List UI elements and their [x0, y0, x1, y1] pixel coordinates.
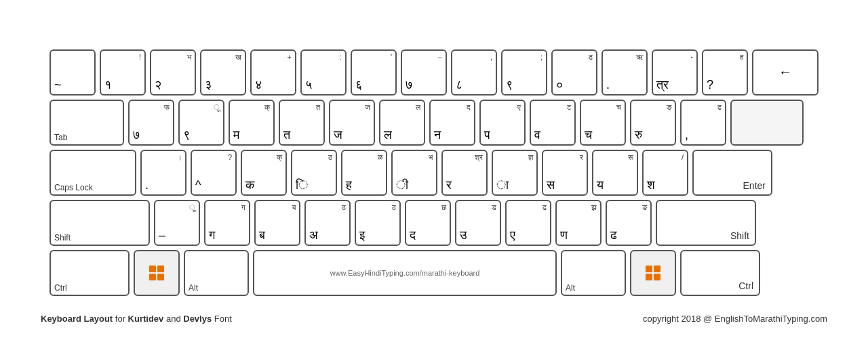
key-l[interactable]: र स	[542, 150, 588, 196]
key-rbracket[interactable]: ढ ,	[680, 100, 726, 146]
key-d[interactable]: क् क	[241, 150, 287, 196]
footer-left: Keyboard Layout for Kurtidev and Devlys …	[41, 314, 232, 324]
key-6[interactable]: ' ६	[351, 49, 397, 96]
key-v[interactable]: ठ अ	[304, 200, 351, 246]
row-4: Shift ू – ग ग ब ब ठ अ ठ इ छ द ड उ	[50, 200, 818, 246]
key-y[interactable]: ल ल	[379, 100, 425, 146]
key-tilde[interactable]: ~	[50, 49, 96, 96]
key-i[interactable]: ए प	[479, 100, 526, 146]
key-8[interactable]: , ८	[451, 49, 497, 96]
key-lbracket[interactable]: ङ रु	[630, 100, 676, 146]
key-b[interactable]: ठ इ	[355, 200, 401, 246]
font-name-devlys: Devlys	[183, 314, 212, 324]
key-k[interactable]: ज्ञ ा	[492, 150, 538, 196]
key-g[interactable]: ळ ह	[341, 150, 387, 196]
key-3[interactable]: ख ३	[200, 49, 246, 96]
key-slash[interactable]: ङ ढ	[606, 200, 652, 246]
key-2[interactable]: भ २	[150, 49, 196, 96]
row-5: Ctrl Alt www.EasyHindiTyping.com/marathi…	[50, 250, 818, 296]
right-alt-key[interactable]: Alt	[561, 250, 626, 296]
windows-icon	[149, 266, 164, 280]
enter-key[interactable]: Enter	[692, 150, 772, 196]
key-s[interactable]: ? ^	[191, 150, 237, 196]
space-label: www.EasyHindiTyping.com/marathi-keyboard	[330, 269, 480, 277]
enter-key-top[interactable]	[730, 100, 804, 146]
key-m[interactable]: ड उ	[455, 200, 501, 246]
key-e[interactable]: क् म	[229, 100, 275, 146]
tab-key[interactable]: Tab	[50, 100, 124, 146]
left-shift-key[interactable]: Shift	[50, 200, 150, 246]
key-z[interactable]: ू –	[154, 200, 200, 246]
key-w[interactable]: ू ९	[178, 100, 224, 146]
spacebar-key[interactable]: www.EasyHindiTyping.com/marathi-keyboard	[253, 250, 557, 296]
row-2: Tab फ ७ ू ९ क् म त त ज ज ल ल द न	[50, 100, 818, 146]
key-comma[interactable]: ढ ए	[505, 200, 551, 246]
right-ctrl-key[interactable]: Ctrl	[680, 250, 760, 296]
key-1[interactable]: ! १	[100, 49, 146, 96]
left-alt-key[interactable]: Alt	[184, 250, 249, 296]
footer-copyright: copyright 2018 @ EnglishToMarathiTyping.…	[643, 314, 827, 324]
backspace-key[interactable]: ←	[752, 49, 818, 96]
key-p[interactable]: च च	[580, 100, 626, 146]
right-shift-key[interactable]: Shift	[656, 200, 756, 246]
key-semicolon[interactable]: रू य	[592, 150, 638, 196]
right-win-key[interactable]	[630, 250, 676, 296]
key-equals[interactable]: ॰ त्र	[652, 49, 698, 96]
key-n[interactable]: छ द	[405, 200, 451, 246]
key-q[interactable]: फ ७	[128, 100, 174, 146]
key-f[interactable]: ठ ि	[291, 150, 337, 196]
key-5[interactable]: : ५	[300, 49, 347, 96]
key-4[interactable]: + ४	[250, 49, 296, 96]
key-c[interactable]: ब ब	[254, 200, 300, 246]
font-name-kurtidev: Kurtidev	[128, 314, 164, 324]
footer: Keyboard Layout for Kurtidev and Devlys …	[34, 310, 834, 324]
key-minus[interactable]: ऋ .	[601, 49, 648, 96]
key-t[interactable]: ज ज	[329, 100, 375, 146]
key-0[interactable]: ढ ०	[551, 49, 597, 96]
left-win-key[interactable]	[134, 250, 180, 296]
key-a[interactable]: । .	[140, 150, 186, 196]
left-ctrl-key[interactable]: Ctrl	[50, 250, 130, 296]
key-o[interactable]: ट व	[530, 100, 576, 146]
key-r[interactable]: त त	[279, 100, 325, 146]
key-9[interactable]: ; ९	[501, 49, 547, 96]
keyboard-layout-label: Keyboard Layout	[41, 314, 113, 324]
key-x[interactable]: ग ग	[204, 200, 250, 246]
key-h[interactable]: भ ी	[391, 150, 437, 196]
key-7[interactable]: – ७	[401, 49, 447, 96]
row-3: Caps Lock । . ? ^ क् क ठ ि ळ ह भ ी श्र र	[50, 150, 818, 196]
key-bracket[interactable]: ह ?	[702, 49, 748, 96]
caps-lock-key[interactable]: Caps Lock	[50, 150, 136, 196]
key-j[interactable]: श्र र	[441, 150, 488, 196]
keyboard: ~ ! १ भ २ ख ३ + ४ : ५ ' ६ – ७	[36, 36, 832, 310]
key-u[interactable]: द न	[429, 100, 475, 146]
row-1: ~ ! १ भ २ ख ३ + ४ : ५ ' ६ – ७	[50, 49, 818, 96]
windows-icon-right	[646, 266, 660, 280]
key-period[interactable]: झ ण	[555, 200, 601, 246]
key-quote[interactable]: / श	[642, 150, 688, 196]
